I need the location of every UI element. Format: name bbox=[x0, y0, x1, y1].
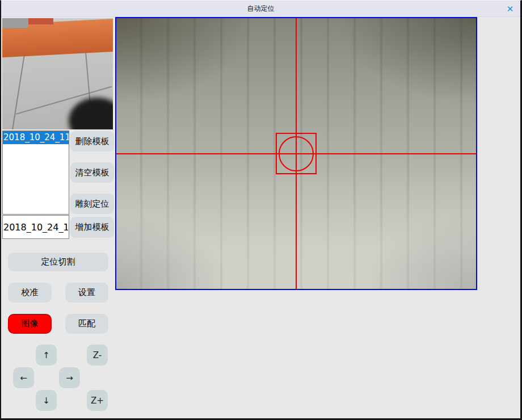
template-list[interactable]: 2018_10_24_11 bbox=[2, 131, 69, 215]
thumbnail-gray-decor bbox=[2, 18, 28, 28]
camera-thumbnail bbox=[2, 18, 113, 129]
engrave-position-button[interactable]: 雕刻定位 bbox=[70, 194, 114, 214]
thumbnail-dark-object bbox=[69, 98, 113, 129]
dialog-title: 自动定位 bbox=[1, 1, 520, 17]
z-minus-button[interactable]: Z- bbox=[87, 345, 108, 366]
settings-button[interactable]: 设置 bbox=[65, 283, 108, 303]
match-button[interactable]: 匹配 bbox=[65, 314, 108, 334]
thumbnail-tile-line bbox=[12, 54, 25, 129]
close-icon[interactable]: ✕ bbox=[505, 4, 515, 14]
auto-position-dialog: 自动定位 ✕ 2018_10_24_11 删除模板 清空模板 雕刻定位 增加模板… bbox=[0, 0, 522, 420]
position-cut-button[interactable]: 定位切割 bbox=[8, 253, 108, 271]
jog-left-button[interactable]: ← bbox=[13, 367, 34, 388]
clear-templates-button[interactable]: 清空模板 bbox=[70, 162, 114, 183]
z-plus-button[interactable]: Z+ bbox=[87, 390, 108, 411]
thumbnail-red-decor bbox=[28, 18, 53, 24]
thumbnail-tile-line bbox=[85, 52, 91, 104]
title-bar[interactable]: 自动定位 ✕ bbox=[1, 1, 520, 17]
target-circle bbox=[279, 136, 314, 171]
add-template-button[interactable]: 增加模板 bbox=[70, 217, 114, 238]
camera-view[interactable] bbox=[115, 17, 477, 290]
jog-up-button[interactable]: ↑ bbox=[36, 345, 57, 366]
delete-template-button[interactable]: 删除模板 bbox=[70, 131, 114, 152]
jog-down-button[interactable]: ↓ bbox=[36, 390, 57, 411]
jog-right-button[interactable]: → bbox=[59, 367, 80, 388]
image-button[interactable]: 图像 bbox=[8, 314, 52, 334]
template-name-input[interactable] bbox=[2, 215, 69, 239]
calibrate-button[interactable]: 校准 bbox=[8, 283, 52, 303]
template-list-item[interactable]: 2018_10_24_11 bbox=[3, 131, 69, 144]
